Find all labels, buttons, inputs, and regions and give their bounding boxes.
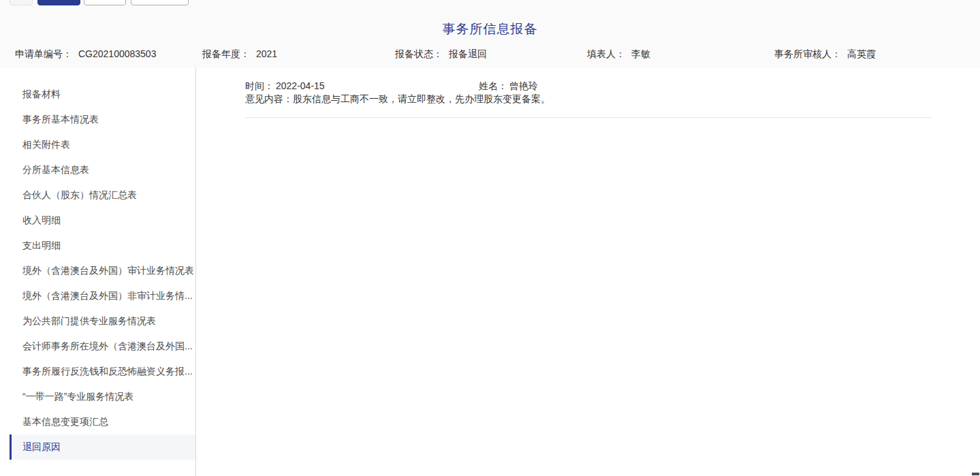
opinion-value: 股东信息与工商不一致，请立即整改，先办理股东变更备案。 (293, 93, 550, 106)
sidebar-item-anti-money-laundering[interactable]: 事务所履行反洗钱和反恐怖融资义务报... (10, 359, 195, 384)
filing-status-field: 报备状态： 报备退回 (395, 48, 487, 61)
reviewer-name-label: 姓名： (479, 80, 507, 93)
sidebar-item-branch-basic-info[interactable]: 分所基本信息表 (10, 157, 195, 183)
header-info-row: 申请单编号： CG202100083503 报备年度： 2021 报备状态： 报… (0, 48, 980, 61)
return-time-field: 时间： 2022-04-15 (245, 80, 325, 93)
top-band: 事务所信息报备 申请单编号： CG202100083503 报备年度： 2021… (0, 0, 980, 67)
sidebar-item-income-detail[interactable]: 收入明细 (10, 208, 195, 233)
application-number-label: 申请单编号： (15, 48, 72, 61)
page-title: 事务所信息报备 (0, 20, 980, 38)
sidebar-item-related-attachments[interactable]: 相关附件表 (10, 132, 195, 157)
reviewer-name-value: 曾艳玲 (509, 80, 538, 93)
scrollbar-corner (972, 473, 979, 475)
filing-year-label: 报备年度： (202, 48, 250, 61)
toolbar-button-4[interactable] (131, 0, 189, 5)
sidebar-item-firm-basic-info[interactable]: 事务所基本情况表 (10, 107, 195, 132)
toolbar-button-1[interactable] (10, 0, 33, 5)
sidebar-item-return-reason[interactable]: 退回原因 (10, 434, 195, 460)
application-number-field: 申请单编号： CG202100083503 (15, 48, 156, 61)
filing-year-field: 报备年度： 2021 (202, 48, 277, 61)
toolbar-button-primary[interactable] (37, 0, 80, 5)
form-filler-label: 填表人： (587, 48, 625, 61)
sidebar-item-expense-detail[interactable]: 支出明细 (10, 233, 195, 258)
opinion-field: 意见内容： 股东信息与工商不一致，请立即整改，先办理股东变更备案。 (245, 93, 550, 106)
sidebar-item-firm-overseas[interactable]: 会计师事务所在境外（含港澳台及外国... (10, 334, 195, 359)
application-number-value: CG202100083503 (78, 48, 156, 61)
filing-status-label: 报备状态： (395, 48, 443, 61)
form-filler-field: 填表人： 李敏 (587, 48, 650, 61)
filing-status-value: 报备退回 (449, 48, 487, 61)
sidebar-item-belt-and-road[interactable]: “一带一路”专业服务情况表 (10, 384, 195, 409)
sidebar-item-partners-summary[interactable]: 合伙人（股东）情况汇总表 (10, 183, 195, 208)
firm-reviewer-field: 事务所审核人： 高英霞 (774, 48, 876, 61)
sidebar-item-overseas-nonaudit[interactable]: 境外（含港澳台及外国）非审计业务情... (10, 283, 195, 308)
sidebar-item-basic-info-changes[interactable]: 基本信息变更项汇总 (10, 409, 195, 434)
form-filler-value: 李敏 (631, 48, 650, 61)
sidebar-item-report-materials[interactable]: 报备材料 (10, 82, 195, 107)
return-time-value: 2022-04-15 (276, 80, 325, 93)
toolbar-button-3[interactable] (84, 0, 126, 5)
opinion-label: 意见内容： (245, 93, 293, 106)
firm-reviewer-value: 高英霞 (847, 48, 876, 61)
firm-reviewer-label: 事务所审核人： (774, 48, 841, 61)
sidebar: 报备材料 事务所基本情况表 相关附件表 分所基本信息表 合伙人（股东）情况汇总表… (0, 67, 196, 476)
sidebar-item-overseas-audit[interactable]: 境外（含港澳台及外国）审计业务情况表 (10, 258, 195, 283)
sidebar-item-public-sector-services[interactable]: 为公共部门提供专业服务情况表 (10, 308, 195, 334)
filing-year-value: 2021 (256, 48, 277, 61)
reviewer-name-field: 姓名： 曾艳玲 (479, 80, 538, 93)
return-time-label: 时间： (245, 80, 274, 93)
content-divider (245, 117, 932, 118)
